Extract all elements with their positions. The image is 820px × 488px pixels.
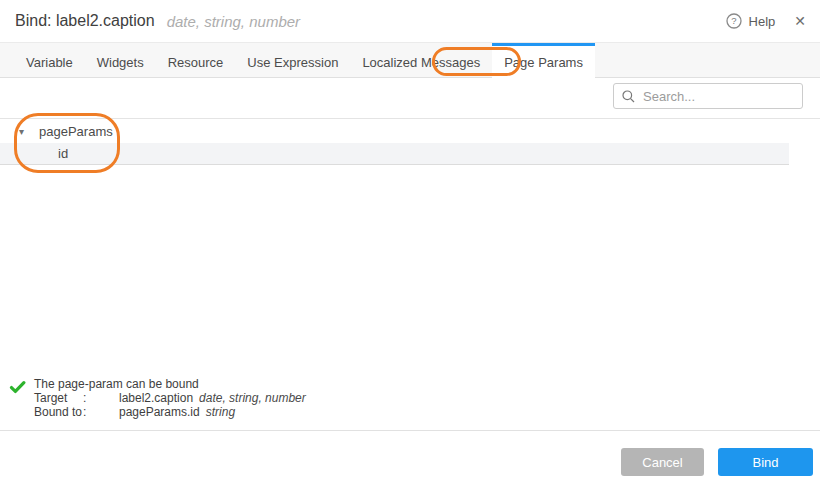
status-label: Bound to [34,405,83,419]
tree-node-id[interactable]: id [0,143,789,165]
tab-variable[interactable]: Variable [14,43,85,78]
bind-button[interactable]: Bind [718,448,813,476]
tab-resource[interactable]: Resource [156,43,236,78]
status-bound-to-row: Bound to : pageParams.id string [34,405,306,419]
help-button[interactable]: ? Help [726,13,776,29]
tab-widgets[interactable]: Widgets [85,43,156,78]
footer-divider [0,430,820,431]
status-message: The page-param can be bound [34,377,306,391]
status-separator: : [83,391,119,405]
help-label: Help [749,14,776,29]
status-label: Target [34,391,83,405]
tree-node-label: id [58,146,68,161]
status-value: pageParams.id [119,405,200,419]
dialog-header: Bind: label2.caption date, string, numbe… [0,0,820,43]
search-box [613,83,803,109]
tab-page-params[interactable]: Page Params [492,43,595,78]
caret-down-icon[interactable]: ▾ [19,126,39,137]
tab-bar: Variable Widgets Resource Use Expression… [0,43,820,78]
status-block: The page-param can be bound Target : lab… [9,377,306,419]
dialog-subtitle: date, string, number [167,13,300,30]
status-separator: : [83,405,119,419]
tab-localized-messages[interactable]: Localized Messages [350,43,492,78]
status-value: label2.caption [119,391,193,405]
close-icon[interactable]: ✕ [794,14,806,28]
check-icon [9,378,26,395]
dialog-title: Bind: label2.caption [15,12,155,30]
tree-node-label: pageParams [39,124,113,139]
svg-text:?: ? [731,15,736,26]
header-actions: ? Help ✕ [726,13,806,29]
status-type: date, string, number [199,391,306,405]
help-icon: ? [726,13,742,29]
cancel-button[interactable]: Cancel [621,448,704,476]
bind-dialog: Bind: label2.caption date, string, numbe… [0,0,820,488]
status-target-row: Target : label2.caption date, string, nu… [34,391,306,405]
tree-node-pageparams[interactable]: ▾ pageParams [0,119,820,143]
status-type: string [206,405,235,419]
search-icon [622,90,635,103]
param-tree: ▾ pageParams id [0,118,820,165]
search-input[interactable] [641,88,794,105]
tab-use-expression[interactable]: Use Expression [235,43,350,78]
status-lines: The page-param can be bound Target : lab… [34,377,306,419]
